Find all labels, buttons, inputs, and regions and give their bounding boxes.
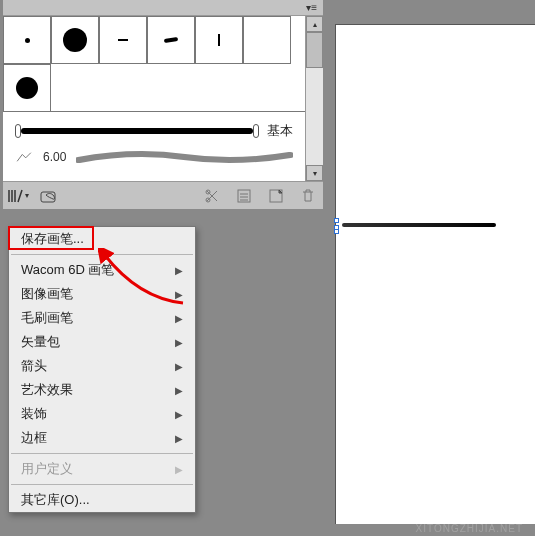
menu-decorative[interactable]: 装饰▶: [9, 402, 195, 426]
brush-swatch[interactable]: [99, 16, 147, 64]
menu-image-brush[interactable]: 图像画笔▶: [9, 282, 195, 306]
selection-handle[interactable]: [334, 229, 339, 234]
menu-wacom-6d[interactable]: Wacom 6D 画笔▶: [9, 258, 195, 282]
canvas-area[interactable]: [335, 24, 535, 524]
watermark-logo-icon: [427, 498, 455, 522]
panel-header: ▾≡: [3, 0, 323, 16]
library-menu-icon[interactable]: ▾: [7, 186, 29, 206]
menu-bristle-brush[interactable]: 毛刷画笔▶: [9, 306, 195, 330]
selected-path-object[interactable]: [336, 220, 496, 232]
brush-swatch[interactable]: [3, 16, 51, 64]
menu-separator: [11, 484, 193, 485]
menu-vector-pack[interactable]: 矢量包▶: [9, 330, 195, 354]
selection-handle[interactable]: [334, 218, 339, 223]
watermark-url: XITONGZHIJIA.NET: [416, 523, 524, 534]
menu-save-brush[interactable]: 保存画笔...: [9, 227, 195, 251]
submenu-arrow-icon: ▶: [175, 361, 183, 372]
library-dropdown-menu: 保存画笔... Wacom 6D 画笔▶ 图像画笔▶ 毛刷画笔▶ 矢量包▶ 箭头…: [8, 226, 196, 513]
brush-swatch[interactable]: [243, 16, 291, 64]
menu-separator: [11, 453, 193, 454]
watermark: 系统之家: [427, 498, 525, 522]
brushes-panel: ▾≡ 基本 6.00: [3, 0, 323, 209]
brush-swatch[interactable]: [3, 64, 51, 112]
scroll-thumb[interactable]: [306, 32, 323, 68]
submenu-arrow-icon: ▶: [175, 433, 183, 444]
scissors-icon[interactable]: [201, 186, 223, 206]
submenu-arrow-icon: ▶: [175, 464, 183, 475]
libraries-icon[interactable]: [39, 186, 61, 206]
brush-scrollbar[interactable]: ▴ ▾: [305, 16, 323, 181]
brush-swatch[interactable]: [51, 16, 99, 64]
brush-grid: 基本 6.00: [3, 16, 305, 181]
submenu-arrow-icon: ▶: [175, 265, 183, 276]
panel-menu-icon[interactable]: ▾≡: [306, 2, 317, 13]
menu-arrows[interactable]: 箭头▶: [9, 354, 195, 378]
scroll-track[interactable]: [306, 32, 323, 165]
calligraphy-icon: [15, 151, 33, 163]
submenu-arrow-icon: ▶: [175, 409, 183, 420]
brush-swatch[interactable]: [195, 16, 243, 64]
stroke-label: 基本: [267, 122, 293, 140]
submenu-arrow-icon: ▶: [175, 385, 183, 396]
menu-artistic[interactable]: 艺术效果▶: [9, 378, 195, 402]
new-brush-icon[interactable]: [265, 186, 287, 206]
brush-list-area: 基本 6.00 ▴ ▾: [3, 16, 323, 181]
menu-other-library[interactable]: 其它库(O)...: [9, 488, 195, 512]
submenu-arrow-icon: ▶: [175, 313, 183, 324]
scroll-down-button[interactable]: ▾: [306, 165, 323, 181]
stroke-sample: [76, 150, 293, 164]
brush-size-value: 6.00: [43, 150, 66, 164]
menu-separator: [11, 254, 193, 255]
size-row: 6.00: [3, 148, 305, 168]
options-icon[interactable]: [233, 186, 255, 206]
menu-user-defined: 用户定义▶: [9, 457, 195, 481]
menu-borders[interactable]: 边框▶: [9, 426, 195, 450]
panel-toolbar: ▾: [3, 181, 323, 209]
scroll-up-button[interactable]: ▴: [306, 16, 323, 32]
brush-swatch[interactable]: [147, 16, 195, 64]
stroke-preview[interactable]: 基本: [15, 122, 293, 140]
submenu-arrow-icon: ▶: [175, 289, 183, 300]
submenu-arrow-icon: ▶: [175, 337, 183, 348]
trash-icon[interactable]: [297, 186, 319, 206]
